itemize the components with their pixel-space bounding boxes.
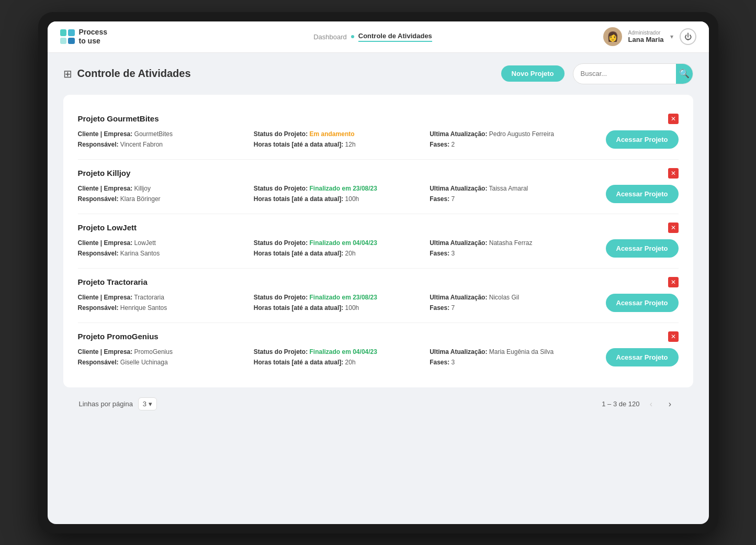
- page-icon: ⊞: [63, 68, 72, 80]
- responsavel-label: Responsável:: [78, 359, 119, 366]
- acessar-projeto-button[interactable]: Acessar Projeto: [606, 348, 679, 366]
- responsavel-item: Responsável: Karina Santos: [78, 250, 250, 257]
- client-item: Cliente | Empresa: GourmetBites: [78, 130, 250, 138]
- page-title: Controle de Atividades: [77, 68, 191, 80]
- status-value: Finalizado em 23/08/23: [310, 185, 377, 192]
- ultima-item: Ultima Atualização: Pedro Augusto Ferrei…: [430, 130, 601, 138]
- search-input[interactable]: [573, 65, 676, 82]
- project-card-header: Projeto PromoGenius ✕: [78, 331, 679, 342]
- nav-dot: [351, 35, 354, 38]
- rows-select[interactable]: 3 ▾: [138, 397, 157, 410]
- info-col-status: Status do Projeto: Em andamento Horas to…: [254, 130, 425, 148]
- client-item: Cliente | Empresa: Killjoy: [78, 185, 250, 192]
- status-value: Em andamento: [310, 130, 355, 138]
- ultima-item: Ultima Atualização: Taissa Amaral: [430, 185, 601, 192]
- header-right: 👩 Administrador Lana Maria ▾ ⏻: [602, 27, 696, 46]
- acessar-col: Acessar Projeto: [606, 348, 679, 366]
- page-title-wrap: ⊞ Controle de Atividades: [63, 68, 493, 80]
- horas-label: Horas totais [até a data atual]:: [254, 359, 343, 366]
- nav-controle-atividades[interactable]: Controle de Atividades: [358, 32, 432, 42]
- client-item: Cliente | Empresa: Tractoraria: [78, 294, 250, 301]
- ultima-item: Ultima Atualização: Maria Eugênia da Sil…: [430, 348, 601, 355]
- delete-project-button[interactable]: ✕: [668, 168, 679, 179]
- project-name: Projeto LowJett: [78, 223, 137, 232]
- project-card: Projeto Killjoy ✕ Cliente | Empresa: Kil…: [78, 160, 679, 214]
- delete-project-button[interactable]: ✕: [668, 331, 679, 342]
- fases-item: Fases: 2: [430, 141, 601, 148]
- horas-item: Horas totais [até a data atual]: 12h: [254, 141, 425, 148]
- status-value: Finalizado em 04/04/23: [310, 239, 377, 247]
- rows-per-page-label: Linhas por página: [79, 400, 133, 408]
- project-card: Projeto PromoGenius ✕ Cliente | Empresa:…: [78, 323, 679, 377]
- info-col-client: Cliente | Empresa: LowJett Responsável: …: [78, 239, 250, 257]
- client-label: Cliente | Empresa:: [78, 348, 133, 355]
- fases-item: Fases: 7: [430, 195, 601, 203]
- responsavel-item: Responsável: Henrique Santos: [78, 304, 250, 312]
- fases-label: Fases:: [430, 359, 449, 366]
- acessar-projeto-button[interactable]: Acessar Projeto: [606, 185, 679, 203]
- info-col-ultima: Ultima Atualização: Pedro Augusto Ferrei…: [430, 130, 601, 148]
- info-col-ultima: Ultima Atualização: Taissa Amaral Fases:…: [430, 185, 601, 203]
- acessar-col: Acessar Projeto: [606, 239, 679, 258]
- info-col-status: Status do Projeto: Finalizado em 23/08/2…: [254, 185, 425, 203]
- search-icon: 🔍: [679, 69, 690, 79]
- horas-label: Horas totais [até a data atual]:: [254, 195, 343, 203]
- info-col-client: Cliente | Empresa: Killjoy Responsável: …: [78, 185, 250, 203]
- next-page-button[interactable]: ›: [663, 397, 678, 411]
- responsavel-label: Responsável:: [78, 141, 119, 148]
- responsavel-label: Responsável:: [78, 195, 119, 203]
- page-content: ⊞ Controle de Atividades Novo Projeto 🔍 …: [48, 53, 709, 431]
- info-col-client: Cliente | Empresa: PromoGenius Responsáv…: [78, 348, 250, 366]
- ultima-item: Ultima Atualização: Natasha Ferraz: [430, 239, 601, 247]
- acessar-col: Acessar Projeto: [606, 185, 679, 203]
- nav-dashboard[interactable]: Dashboard: [313, 33, 347, 41]
- horas-item: Horas totais [até a data atual]: 100h: [254, 195, 425, 203]
- novo-projeto-button[interactable]: Novo Projeto: [501, 65, 565, 82]
- search-wrap: 🔍: [573, 63, 693, 84]
- chevron-down-icon[interactable]: ▾: [670, 33, 673, 40]
- status-label: Status do Projeto:: [254, 348, 308, 355]
- delete-project-button[interactable]: ✕: [668, 277, 679, 287]
- project-card: Projeto Tractoraria ✕ Cliente | Empresa:…: [78, 269, 679, 323]
- delete-project-button[interactable]: ✕: [668, 114, 679, 124]
- client-item: Cliente | Empresa: LowJett: [78, 239, 250, 247]
- info-col-ultima: Ultima Atualização: Nicolas Gil Fases: 7: [430, 294, 601, 312]
- project-info: Cliente | Empresa: Tractoraria Responsáv…: [78, 294, 679, 312]
- ultima-label: Ultima Atualização:: [430, 239, 487, 247]
- fases-label: Fases:: [430, 195, 449, 203]
- rows-per-page: Linhas por página 3 ▾: [79, 397, 157, 410]
- power-button[interactable]: ⏻: [680, 28, 696, 45]
- prev-page-button[interactable]: ‹: [644, 397, 659, 411]
- project-card-header: Projeto Killjoy ✕: [78, 168, 679, 179]
- client-label: Cliente | Empresa:: [78, 294, 133, 301]
- acessar-projeto-button[interactable]: Acessar Projeto: [606, 294, 679, 312]
- ultima-label: Ultima Atualização:: [430, 130, 487, 138]
- rows-chevron-icon: ▾: [149, 400, 152, 408]
- status-item: Status do Projeto: Finalizado em 23/08/2…: [254, 185, 425, 192]
- pagination-text: 1 – 3 de 120: [602, 400, 639, 408]
- info-col-status: Status do Projeto: Finalizado em 23/08/2…: [254, 294, 425, 312]
- acessar-col: Acessar Projeto: [606, 294, 679, 312]
- acessar-projeto-button[interactable]: Acessar Projeto: [606, 239, 679, 258]
- ultima-label: Ultima Atualização:: [430, 294, 487, 301]
- fases-label: Fases:: [430, 250, 449, 257]
- info-col-ultima: Ultima Atualização: Natasha Ferraz Fases…: [430, 239, 601, 257]
- acessar-col: Acessar Projeto: [606, 130, 679, 149]
- status-item: Status do Projeto: Em andamento: [254, 130, 425, 138]
- info-col-status: Status do Projeto: Finalizado em 04/04/2…: [254, 348, 425, 366]
- info-col-status: Status do Projeto: Finalizado em 04/04/2…: [254, 239, 425, 257]
- status-label: Status do Projeto:: [254, 185, 308, 192]
- delete-project-button[interactable]: ✕: [668, 223, 679, 233]
- info-col-client: Cliente | Empresa: Tractoraria Responsáv…: [78, 294, 250, 312]
- search-button[interactable]: 🔍: [676, 64, 693, 84]
- fases-item: Fases: 7: [430, 304, 601, 312]
- status-item: Status do Projeto: Finalizado em 23/08/2…: [254, 294, 425, 301]
- acessar-projeto-button[interactable]: Acessar Projeto: [606, 130, 679, 149]
- responsavel-item: Responsável: Giselle Uchinaga: [78, 359, 250, 366]
- project-card: Projeto GourmetBites ✕ Cliente | Empresa…: [78, 105, 679, 160]
- project-info: Cliente | Empresa: PromoGenius Responsáv…: [78, 348, 679, 366]
- project-info: Cliente | Empresa: Killjoy Responsável: …: [78, 185, 679, 203]
- user-role: Administrador: [628, 30, 664, 36]
- logo-text: Processto use: [79, 28, 107, 46]
- project-name: Projeto Tractoraria: [78, 277, 148, 286]
